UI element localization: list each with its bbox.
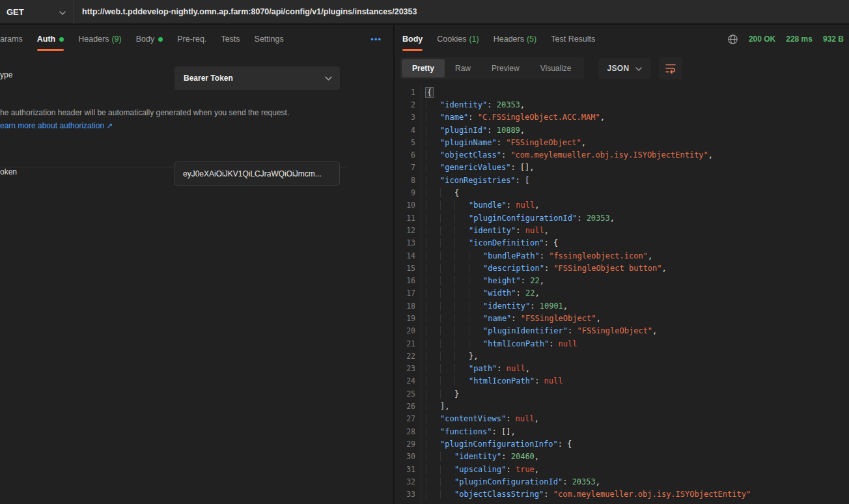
tab-settings[interactable]: Settings xyxy=(255,25,284,53)
indent-guide xyxy=(426,276,440,285)
indent-guide xyxy=(440,276,454,285)
code-token: "FSSingleObject button" xyxy=(553,264,661,273)
code-token: "C.FSSingleObject.ACC.MAM" xyxy=(478,113,600,122)
tab-auth[interactable]: Auth xyxy=(37,25,64,53)
code-token: "functions" xyxy=(440,427,492,436)
view-visualize[interactable]: Visualize xyxy=(530,59,582,77)
code-token: "iconRegistries" xyxy=(440,176,516,185)
code-line: 26], xyxy=(395,400,849,412)
code-token: "contentViews" xyxy=(440,414,506,423)
code-token: null xyxy=(516,414,535,423)
code-token: "name" xyxy=(483,314,511,323)
tab-response-headers[interactable]: Headers (5) xyxy=(494,25,537,53)
code-token: : xyxy=(487,100,496,109)
code-line: 6"objectClass": "com.meylemueller.obj.is… xyxy=(395,148,849,161)
view-pretty[interactable]: Pretty xyxy=(402,59,445,77)
request-panel: arams Auth Headers (9) Body Pre-req. xyxy=(0,25,393,504)
code-token: , xyxy=(648,251,652,260)
status-code[interactable]: 200 OK xyxy=(749,35,775,44)
more-options-icon[interactable]: ••• xyxy=(370,35,382,44)
auth-type-select[interactable]: Bearer Token xyxy=(174,66,340,90)
indent-guide xyxy=(454,251,469,260)
response-tabs: Body Cookies (1) Headers (5) Test Result… xyxy=(395,25,849,53)
code-line: 24"htmlIconPath": null xyxy=(395,375,849,387)
tab-label: Settings xyxy=(255,35,284,44)
code-token: : xyxy=(568,326,577,335)
indent-guide xyxy=(440,214,454,223)
code-token: "bundle" xyxy=(469,201,507,210)
tab-pre-req[interactable]: Pre-req. xyxy=(177,25,206,53)
indent-guide xyxy=(440,264,454,273)
indent-guide xyxy=(454,364,469,373)
code-token: , xyxy=(662,264,667,273)
code-token: "pluginId" xyxy=(440,126,487,135)
response-size[interactable]: 932 B xyxy=(823,35,844,44)
code-token: "FSSingleObject" xyxy=(521,314,596,323)
token-input[interactable]: eyJ0eXAiOiJKV1QiLCJraWQiOiJmcm... xyxy=(174,161,340,186)
indent-guide xyxy=(469,288,483,298)
tab-label: Test Results xyxy=(551,35,595,44)
code-token: , xyxy=(535,201,539,210)
code-token: , xyxy=(610,214,615,223)
indent-guide xyxy=(469,314,483,323)
tab-headers[interactable]: Headers (9) xyxy=(78,25,122,53)
code-token: "height" xyxy=(483,276,521,285)
indent-guide xyxy=(454,352,469,361)
code-token: "com.meylemueller.obj.isy.ISYObjectEntit… xyxy=(553,490,751,499)
code-line: 29"pluginConfigurationInfo": { xyxy=(395,438,849,450)
url-input[interactable]: http://web.t.pddevelop-nightly.omn.ap.fa… xyxy=(74,7,849,16)
indent-guide xyxy=(426,226,440,235)
tab-cookies[interactable]: Cookies (1) xyxy=(437,25,479,53)
code-token: "FSSingleObject" xyxy=(578,326,653,335)
code-token: : xyxy=(506,465,515,474)
indent-guide xyxy=(440,452,454,461)
line-number: 14 xyxy=(395,251,415,260)
code-token: 22 xyxy=(525,288,535,298)
indent-guide xyxy=(426,352,440,361)
code-token: 10889 xyxy=(497,126,520,135)
method-label: GET xyxy=(7,7,24,17)
tab-label: Body xyxy=(402,35,423,44)
auth-type-value: Bearer Token xyxy=(184,74,233,83)
code-token: , xyxy=(563,301,568,311)
code-token: "genericValues" xyxy=(440,163,510,172)
response-body-json[interactable]: 1{2"identity": 20353,3"name": "C.FSSingl… xyxy=(395,83,849,504)
network-globe-icon[interactable] xyxy=(727,34,738,45)
wrap-text-button[interactable] xyxy=(659,57,682,79)
indent-guide xyxy=(469,339,483,348)
code-token: , xyxy=(581,138,586,147)
code-line: 30"identity": 20460, xyxy=(395,451,849,463)
learn-more-link[interactable]: earn more about authorization ↗ xyxy=(0,121,113,130)
code-token: "description" xyxy=(483,264,544,273)
response-panel: Body Cookies (1) Headers (5) Test Result… xyxy=(395,25,849,504)
view-preview[interactable]: Preview xyxy=(481,59,530,77)
code-token: , xyxy=(596,314,600,323)
code-token: : xyxy=(521,276,530,285)
unsaved-dot-icon xyxy=(59,37,64,42)
tab-test-results[interactable]: Test Results xyxy=(551,25,595,53)
response-time[interactable]: 228 ms xyxy=(786,35,813,44)
code-token: , xyxy=(535,288,539,298)
code-token: 20353 xyxy=(497,100,520,109)
code-token: : xyxy=(487,126,496,135)
indent-guide xyxy=(426,339,440,348)
tab-response-body[interactable]: Body xyxy=(402,25,423,53)
line-number: 13 xyxy=(395,238,415,247)
tab-params[interactable]: arams xyxy=(0,25,23,53)
line-number: 28 xyxy=(395,427,415,436)
line-number: 29 xyxy=(395,440,415,449)
code-line: 13"iconDefinition": { xyxy=(395,237,849,249)
line-number: 15 xyxy=(395,264,415,273)
method-selector[interactable]: GET xyxy=(0,0,74,23)
indent-guide xyxy=(426,264,440,273)
indent-guide xyxy=(454,238,469,247)
view-raw[interactable]: Raw xyxy=(445,59,481,77)
indent-guide xyxy=(426,326,440,335)
unsaved-dot-icon xyxy=(158,37,163,42)
tab-tests[interactable]: Tests xyxy=(221,25,240,53)
main-split: arams Auth Headers (9) Body Pre-req. xyxy=(0,25,849,504)
tab-body[interactable]: Body xyxy=(136,25,163,53)
indent-guide xyxy=(426,126,440,135)
code-line: 10"bundle": null, xyxy=(395,199,849,212)
format-select[interactable]: JSON xyxy=(598,58,652,79)
